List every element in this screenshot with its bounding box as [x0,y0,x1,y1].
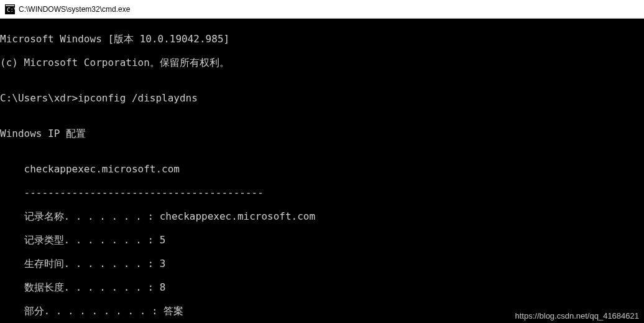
copyright-line: (c) Microsoft Corporation。保留所有权利。 [0,57,644,68]
window-title: C:\WINDOWS\system32\cmd.exe [19,5,130,14]
svg-text:C:\: C:\ [7,7,15,13]
terminal-output[interactable]: Microsoft Windows [版本 10.0.19042.985] (c… [0,19,644,323]
dns-record-row: 数据长度. . . . . . . : 8 [0,281,644,293]
dns-section-divider: ---------------------------------------- [0,187,644,199]
os-version-line: Microsoft Windows [版本 10.0.19042.985] [0,33,644,45]
dns-record-row: 记录类型. . . . . . . : 5 [0,234,644,246]
window-titlebar[interactable]: C:\ C:\WINDOWS\system32\cmd.exe [0,0,644,19]
dns-record-row: 记录名称. . . . . . . : checkappexec.microso… [0,210,644,222]
cmd-icon: C:\ [5,4,15,14]
dns-section-title: checkappexec.microsoft.com [0,163,644,175]
ip-config-header: Windows IP 配置 [0,128,644,139]
prompt-command-line: C:\Users\xdr>ipconfig /displaydns [0,92,644,104]
svg-rect-1 [6,5,14,6]
dns-record-row: 生存时间. . . . . . . : 3 [0,258,644,269]
watermark-text: https://blog.csdn.net/qq_41684621 [515,311,640,321]
